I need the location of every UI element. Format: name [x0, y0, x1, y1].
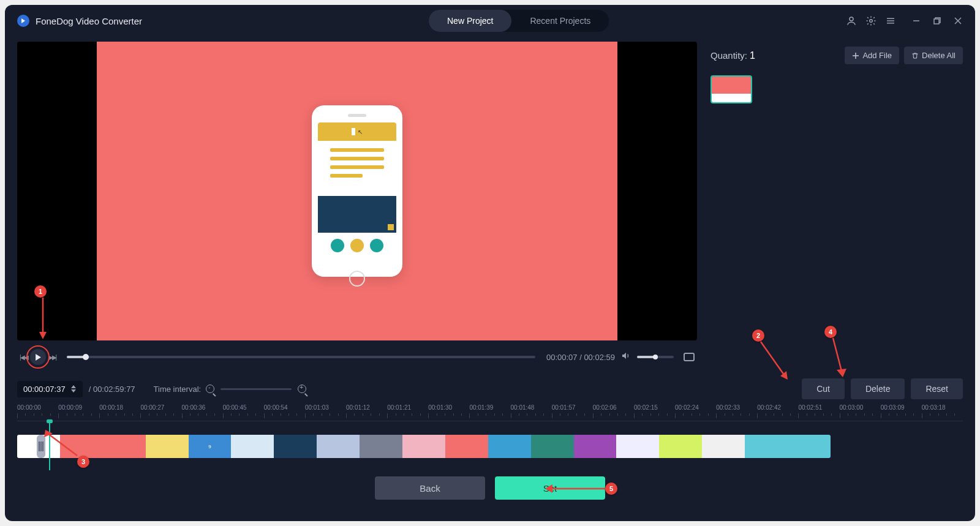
time-in-value: 00:00:07:37 [23, 385, 66, 394]
ruler-mark: 00:00:09 [58, 404, 99, 418]
time-stepper-up[interactable] [70, 385, 77, 389]
quantity-row: Quantity: 1 Add File Delete All [710, 42, 963, 75]
ruler-mark: 00:02:51 [798, 404, 839, 418]
ruler-mark: 00:03:09 [881, 404, 922, 418]
ruler-mark: 00:00:27 [140, 404, 181, 418]
player-controls: |◀◀ ▶▶| 00:00:07 / 00:02:59 [17, 340, 697, 374]
add-file-button[interactable]: Add File [845, 47, 899, 64]
add-file-label: Add File [862, 51, 892, 60]
ruler-mark: 00:02:42 [757, 404, 798, 418]
prev-frame-button[interactable]: |◀◀ [20, 354, 28, 361]
ruler-mark: 00:00:18 [99, 404, 140, 418]
phone-illustration: ↖ [312, 105, 402, 277]
project-tabs: New Project Recent Projects [429, 10, 609, 32]
timeline: 00:00:0000:00:0900:00:1800:00:2700:00:36… [5, 404, 975, 500]
ruler-mark: 00:01:39 [469, 404, 510, 418]
video-frame: ↖ [97, 42, 617, 340]
app-title: FoneDog Video Converter [36, 16, 142, 26]
clip-thumbnails [710, 75, 963, 103]
zoom-in-icon[interactable]: + [298, 385, 306, 393]
cut-button[interactable]: Cut [802, 378, 845, 399]
titlebar: FoneDog Video Converter New Project Rece… [5, 5, 975, 37]
ruler-mark: 00:01:03 [305, 404, 346, 418]
edit-toolbar: 00:00:07:37 / 00:02:59:77 Time interval:… [5, 374, 975, 404]
delete-all-label: Delete All [922, 51, 956, 60]
ruler-mark: 00:02:06 [593, 404, 634, 418]
ruler-mark: 00:01:57 [552, 404, 593, 418]
time-in-field[interactable]: 00:00:07:37 [17, 381, 83, 397]
app-logo-icon [17, 15, 29, 27]
ruler-mark: 00:03:18 [922, 404, 963, 418]
ruler-mark: 00:01:12 [346, 404, 387, 418]
delete-all-button[interactable]: Delete All [904, 47, 963, 64]
ruler-mark: 00:01:21 [387, 404, 428, 418]
seek-slider[interactable] [67, 356, 535, 358]
volume-slider[interactable] [637, 356, 674, 358]
back-button[interactable]: Back [375, 476, 485, 500]
bottom-actions: Back Set [17, 462, 963, 500]
clip-thumbnail[interactable] [710, 75, 752, 103]
set-button[interactable]: Set [495, 476, 605, 500]
volume-icon[interactable] [621, 351, 631, 363]
settings-icon[interactable] [865, 15, 877, 27]
account-icon[interactable] [845, 15, 858, 27]
play-button[interactable] [30, 349, 46, 365]
clip-area[interactable]: 9 [17, 435, 963, 462]
svg-rect-6 [934, 19, 939, 24]
next-frame-button[interactable]: ▶▶| [48, 354, 56, 361]
delete-button[interactable]: Delete [851, 378, 905, 399]
ruler-mark: 00:00:54 [264, 404, 305, 418]
ruler-mark: 00:00:45 [223, 404, 264, 418]
time-stepper-down[interactable] [70, 389, 77, 393]
maximize-button[interactable] [932, 16, 942, 26]
ruler-mark: 00:00:36 [182, 404, 223, 418]
timeline-ruler[interactable]: 00:00:0000:00:0900:00:1800:00:2700:00:36… [17, 404, 963, 421]
zoom-slider[interactable] [221, 388, 292, 390]
time-interval-label: Time interval: [154, 385, 202, 394]
reset-button[interactable]: Reset [911, 378, 963, 399]
ruler-mark: 00:01:30 [428, 404, 469, 418]
clip-strip[interactable]: 9 [17, 435, 831, 458]
tab-recent-projects[interactable]: Recent Projects [511, 10, 609, 32]
time-total: / 00:02:59:77 [89, 385, 135, 394]
fullscreen-button[interactable] [684, 353, 695, 361]
zoom-out-icon[interactable]: - [206, 385, 214, 393]
time-display: 00:00:07 / 00:02:59 [546, 353, 615, 362]
menu-icon[interactable] [884, 15, 897, 27]
svg-point-1 [870, 20, 873, 23]
minimize-button[interactable] [911, 16, 921, 26]
ruler-mark: 00:00:00 [17, 404, 58, 418]
ruler-mark: 00:02:24 [675, 404, 716, 418]
ruler-mark: 00:03:00 [840, 404, 881, 418]
video-preview: ↖ [17, 42, 697, 340]
app-window: FoneDog Video Converter New Project Rece… [5, 5, 975, 521]
ruler-mark: 00:01:48 [511, 404, 552, 418]
quantity-value: 1 [750, 50, 755, 61]
trim-handle-left[interactable] [37, 435, 45, 458]
close-button[interactable] [953, 16, 963, 26]
svg-point-0 [850, 17, 853, 21]
quantity-label: Quantity: [710, 50, 747, 61]
tab-new-project[interactable]: New Project [429, 10, 511, 32]
ruler-mark: 00:02:33 [716, 404, 757, 418]
ruler-mark: 00:02:15 [634, 404, 675, 418]
